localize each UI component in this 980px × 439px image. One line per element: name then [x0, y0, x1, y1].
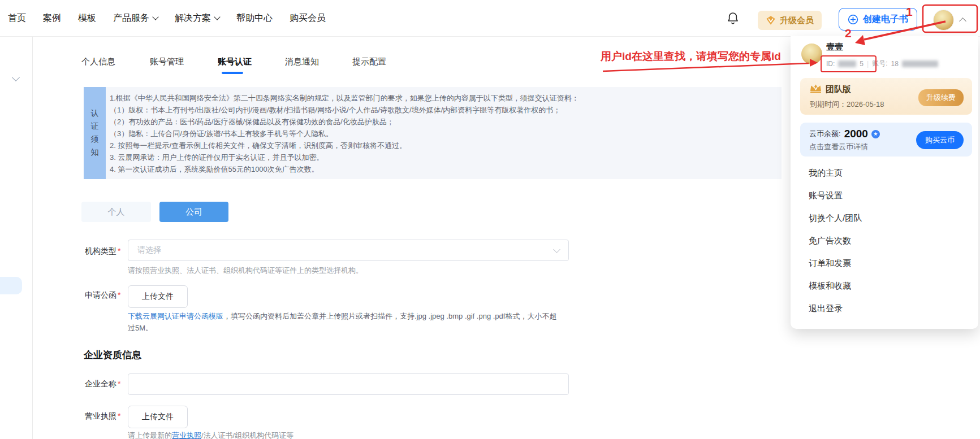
- active-tab-underline: [222, 72, 243, 74]
- org-type-select[interactable]: 请选择: [128, 240, 569, 261]
- letter-description-line2: 过5M。: [128, 322, 556, 334]
- chevron-down-icon: [553, 246, 560, 253]
- notice-line: 2. 按照每一栏提示/查看示例上传相关文件，确保文字清晰，识别度高，否则审核将不…: [110, 140, 776, 151]
- coin-balance-label: 云币余额:: [809, 129, 841, 139]
- notice-side-char: 证: [91, 121, 99, 132]
- nav-templates[interactable]: 模板: [78, 12, 96, 24]
- nav-solutions-label: 解决方案: [175, 12, 211, 24]
- chevron-down-icon: [214, 14, 220, 20]
- menu-item-logout[interactable]: 退出登录: [791, 297, 978, 320]
- tab-message-notifications[interactable]: 消息通知: [285, 54, 319, 69]
- create-ebook-button[interactable]: 创建电子书: [839, 8, 917, 31]
- toggle-company[interactable]: 公司: [159, 202, 228, 222]
- nav-home-label: 首页: [8, 12, 26, 24]
- license-help-suffix: /法人证书/组织机构代码证等: [201, 431, 293, 439]
- annotation-tip-text: 用户id在这里查找，请填写您的专属id: [600, 50, 781, 62]
- company-name-input[interactable]: [128, 373, 569, 395]
- notice-line: （1）版权：书本上有刊号/出版社/公司内刊/漫画/教材/扫描书籍/网络小说/个人…: [110, 104, 776, 116]
- account-visible-prefix: 18: [891, 60, 899, 68]
- panel-username: 壹壹: [826, 42, 843, 53]
- nav-cases[interactable]: 案例: [43, 12, 61, 24]
- sidebar-divider: [32, 36, 33, 439]
- user-avatar: [933, 10, 954, 31]
- nav-cases-label: 案例: [43, 12, 61, 24]
- renew-upgrade-button[interactable]: 升级续费: [918, 89, 964, 106]
- vip-diamond-icon: [766, 15, 776, 25]
- license-label-text: 营业执照: [85, 411, 116, 420]
- toggle-personal[interactable]: 个人: [81, 202, 151, 222]
- letter-upload-button[interactable]: 上传文件: [128, 285, 188, 308]
- nav-buy-membership[interactable]: 购买会员: [290, 12, 326, 24]
- notice-side-char: 认: [91, 108, 99, 119]
- menu-item-my-homepage[interactable]: 我的主页: [791, 162, 978, 184]
- account-menu-button[interactable]: [933, 10, 965, 31]
- annotation-arrow-line: [603, 63, 809, 71]
- buy-coins-button[interactable]: 购买云币: [916, 131, 964, 149]
- license-upload-button[interactable]: 上传文件: [128, 406, 188, 428]
- crown-icon: [809, 84, 822, 94]
- nav-templates-label: 模板: [78, 12, 96, 24]
- notification-bell-icon[interactable]: [726, 11, 740, 26]
- section-title-company-qualification: 企业资质信息: [84, 349, 141, 362]
- tab-prompt-settings[interactable]: 提示配置: [352, 54, 386, 69]
- license-label: 营业执照*: [85, 411, 120, 421]
- tab-personal-info[interactable]: 个人信息: [81, 54, 115, 69]
- letter-description-text: ，填写公函内资料后加盖公章并上传照片或者扫描件，支持.jpg .jpeg .bm…: [223, 312, 556, 320]
- redacted-user-id: [838, 60, 856, 67]
- coin-detail-link[interactable]: 点击查看云币详情: [809, 142, 868, 152]
- license-help-prefix: 请上传最新的: [128, 431, 172, 439]
- letter-template-link[interactable]: 下载云展网认证申请公函模版: [128, 312, 223, 320]
- menu-item-account-settings[interactable]: 账号设置: [791, 184, 978, 207]
- upgrade-membership-button[interactable]: 升级会员: [758, 11, 822, 30]
- license-sample-link[interactable]: 营业执照: [172, 431, 201, 439]
- user-id-visible-digit: 5: [860, 60, 864, 68]
- account-dropdown-panel: 壹壹 ID:5 | 账号:18 团队版 到期时间：2026-05-18 升级续费…: [791, 36, 978, 329]
- org-type-label: 机构类型*: [85, 246, 120, 257]
- upgrade-membership-label: 升级会员: [780, 15, 814, 26]
- menu-item-ad-free-credits[interactable]: 免广告次数: [791, 229, 978, 252]
- required-asterisk: *: [118, 411, 120, 420]
- nav-products[interactable]: 产品服务: [113, 12, 158, 24]
- top-bar: 首页 案例 模板 产品服务 解决方案 帮助中心 购买会员 升级会员: [0, 0, 980, 37]
- verification-notice: 认 证 须 知 1.根据《中华人民共和国网络安全法》第二十四条网络实名制的规定，…: [84, 87, 782, 179]
- account-menu: 我的主页 账号设置 切换个人/团队 免广告次数 订单和发票 模板和收藏 退出登录: [791, 162, 978, 320]
- sidebar-collapse-chevron-icon[interactable]: [12, 73, 20, 81]
- menu-item-orders-invoices[interactable]: 订单和发票: [791, 252, 978, 275]
- letter-description-line1: 下载云展网认证申请公函模版，填写公函内资料后加盖公章并上传照片或者扫描件，支持.…: [128, 310, 556, 322]
- required-asterisk: *: [118, 290, 120, 299]
- notice-side-label: 认 证 须 知: [84, 87, 106, 179]
- menu-item-templates-favorites[interactable]: 模板和收藏: [791, 275, 978, 297]
- main-nav: 首页 案例 模板 产品服务 解决方案 帮助中心 购买会员: [8, 0, 326, 36]
- nav-solutions[interactable]: 解决方案: [175, 12, 219, 24]
- chevron-up-icon: [959, 18, 966, 25]
- cloud-coin-card: 云币余额: 2000 ★ 点击查看云币详情 购买云币: [800, 123, 972, 157]
- create-ebook-label: 创建电子书: [863, 14, 908, 25]
- nav-help-label: 帮助中心: [236, 12, 273, 24]
- page: 首页 案例 模板 产品服务 解决方案 帮助中心 购买会员 升级会员: [0, 0, 980, 439]
- letter-description: 下载云展网认证申请公函模版，填写公函内资料后加盖公章并上传照片或者扫描件，支持.…: [128, 310, 556, 334]
- nav-home[interactable]: 首页: [8, 12, 26, 24]
- coin-balance-amount: 2000: [844, 128, 868, 140]
- tab-account-verification[interactable]: 账号认证: [218, 54, 252, 69]
- circle-plus-icon: [848, 14, 858, 25]
- notice-line: （2）有功效的产品：医书/药品/医疗器械/保健品以及有保健功效的食品/化妆品护肤…: [110, 116, 776, 128]
- required-asterisk: *: [118, 246, 120, 255]
- notice-line: 3. 云展网承诺：用户上传的证件仅用于实名认证，并且予以加密。: [110, 151, 776, 163]
- org-type-help: 请按照营业执照、法人证书、组织机构代码证等证件上的类型选择机构。: [128, 266, 363, 276]
- notice-text: 1.根据《中华人民共和国网络安全法》第二十四条网络实名制的规定，以及监管部门的要…: [110, 92, 776, 175]
- org-type-label-text: 机构类型: [85, 246, 116, 255]
- team-plan-card: 团队版 到期时间：2026-05-18 升级续费: [800, 78, 972, 115]
- nav-buy-label: 购买会员: [290, 12, 326, 24]
- notice-side-char: 须: [91, 134, 99, 145]
- company-name-label-text: 企业全称: [85, 379, 116, 388]
- coin-balance-row: 云币余额: 2000 ★: [809, 128, 880, 140]
- panel-id-row: ID:5 | 账号:18: [826, 59, 938, 68]
- sidebar-active-item-highlight[interactable]: [0, 277, 22, 294]
- notice-line: （3）隐私：上传合同/身份证/族谱/书本上有较多手机号等个人隐私。: [110, 128, 776, 140]
- nav-products-label: 产品服务: [113, 12, 149, 24]
- user-id-label: ID:: [826, 60, 835, 68]
- menu-item-switch-personal-team[interactable]: 切换个人/团队: [791, 207, 978, 229]
- nav-help-center[interactable]: 帮助中心: [236, 12, 273, 24]
- license-help: 请上传最新的营业执照/法人证书/组织机构代码证等: [128, 431, 293, 439]
- tab-account-management[interactable]: 账号管理: [150, 54, 184, 69]
